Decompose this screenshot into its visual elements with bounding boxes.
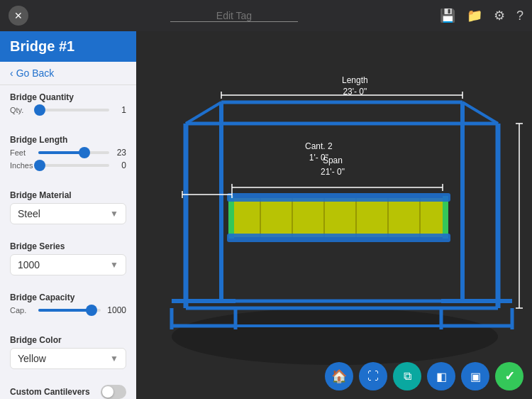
- view-icon: ◧: [436, 370, 447, 383]
- capacity-value: 1000: [105, 305, 126, 315]
- sidebar-title: Bridge #1: [10, 38, 74, 55]
- capacity-slider[interactable]: [38, 309, 101, 312]
- main-layout: Bridge #1 ‹ Go Back Bridge Quantity Qty.…: [0, 31, 532, 399]
- color-section: Bridge Color Yellow ▼: [0, 328, 136, 373]
- confirm-button[interactable]: ✓: [495, 362, 523, 390]
- close-button[interactable]: ✕: [9, 6, 28, 26]
- svg-rect-23: [228, 198, 448, 237]
- settings-icon[interactable]: ⚙: [494, 8, 505, 23]
- material-label: Bridge Material: [10, 190, 126, 200]
- capacity-sublabel: Cap.: [10, 306, 34, 315]
- length-dim-label: Length 23'- 0": [342, 75, 368, 97]
- quantity-label: Bridge Quantity: [10, 92, 126, 102]
- feet-slider-row: Feet 23: [10, 148, 126, 158]
- feet-value: 23: [113, 148, 126, 158]
- save-icon[interactable]: 💾: [440, 8, 455, 23]
- capacity-slider-row: Cap. 1000: [10, 305, 126, 315]
- inches-slider[interactable]: [38, 164, 109, 167]
- viewport[interactable]: Length 23'- 0" Span 21'- 0" Cant. 2 1'- …: [136, 31, 532, 399]
- inches-slider-row: Inches 0: [10, 160, 126, 170]
- quantity-slider[interactable]: [38, 109, 109, 111]
- top-bar: ✕ 💾 📁 ⚙ ?: [0, 0, 532, 31]
- svg-rect-31: [443, 196, 448, 239]
- back-arrow-icon: ‹: [10, 67, 13, 79]
- svg-rect-32: [227, 193, 450, 202]
- feet-sublabel: Feet: [10, 148, 34, 157]
- toggle-knob: [102, 386, 113, 398]
- quantity-value: 1: [113, 105, 126, 115]
- color-value: Yellow: [18, 353, 46, 364]
- sidebar: Bridge #1 ‹ Go Back Bridge Quantity Qty.…: [0, 31, 136, 399]
- back-label: Go Back: [16, 67, 55, 79]
- inches-value: 0: [113, 160, 126, 170]
- length-label: Bridge Length: [10, 135, 126, 145]
- svg-point-1: [172, 308, 498, 365]
- material-dropdown[interactable]: Steel ▼: [10, 203, 126, 224]
- home-icon: 🏠: [331, 368, 347, 384]
- edit-tag-input[interactable]: [170, 10, 298, 22]
- bottom-action-bar: 🏠 ⛶ ⧉ ◧ ▣ ✓: [325, 362, 523, 390]
- sidebar-title-bar: Bridge #1: [0, 31, 136, 62]
- quantity-sublabel: Qty.: [10, 106, 34, 114]
- color-dropdown-arrow: ▼: [110, 354, 118, 364]
- series-dropdown-arrow: ▼: [110, 260, 118, 270]
- capacity-section: Bridge Capacity Cap. 1000: [0, 285, 136, 322]
- inches-sublabel: Inches: [10, 161, 34, 170]
- svg-rect-33: [227, 234, 450, 242]
- color-dropdown[interactable]: Yellow ▼: [10, 348, 126, 369]
- edit-tag-container: [34, 10, 434, 22]
- expand-button[interactable]: ⛶: [359, 362, 387, 390]
- series-dropdown[interactable]: 1000 ▼: [10, 254, 126, 275]
- check-icon: ✓: [504, 368, 515, 384]
- series-label: Bridge Series: [10, 241, 126, 251]
- cant2-dim-label: Cant. 2 1'- 0": [305, 141, 333, 163]
- capacity-label: Bridge Capacity: [10, 293, 126, 302]
- cantilevers-toggle[interactable]: [101, 385, 126, 399]
- frame-icon: ▣: [470, 370, 481, 383]
- bridge-3d-view: [136, 31, 532, 399]
- quantity-section: Bridge Quantity Qty. 1: [0, 85, 136, 122]
- material-section: Bridge Material Steel ▼: [0, 183, 136, 229]
- feet-slider[interactable]: [38, 151, 109, 154]
- series-section: Bridge Series 1000 ▼: [0, 234, 136, 280]
- home-button[interactable]: 🏠: [325, 362, 353, 390]
- layers-icon: ⧉: [404, 370, 411, 383]
- frame-button[interactable]: ▣: [461, 362, 489, 390]
- series-value: 1000: [18, 259, 40, 270]
- back-button[interactable]: ‹ Go Back: [0, 62, 136, 85]
- view-button[interactable]: ◧: [427, 362, 455, 390]
- color-label: Bridge Color: [10, 335, 126, 345]
- material-value: Steel: [18, 208, 40, 219]
- cantilevers-row: Custom Cantilevers: [0, 379, 136, 399]
- cantilevers-label: Custom Cantilevers: [10, 387, 90, 397]
- svg-rect-30: [228, 196, 234, 239]
- quantity-slider-row: Qty. 1: [10, 105, 126, 115]
- expand-icon: ⛶: [367, 370, 379, 383]
- top-bar-icons: 💾 📁 ⚙ ?: [440, 8, 523, 23]
- material-dropdown-arrow: ▼: [110, 209, 118, 219]
- folder-icon[interactable]: 📁: [467, 8, 482, 23]
- help-icon[interactable]: ?: [516, 9, 523, 23]
- layers-button[interactable]: ⧉: [393, 362, 421, 390]
- length-section: Bridge Length Feet 23 Inches 0: [0, 128, 136, 177]
